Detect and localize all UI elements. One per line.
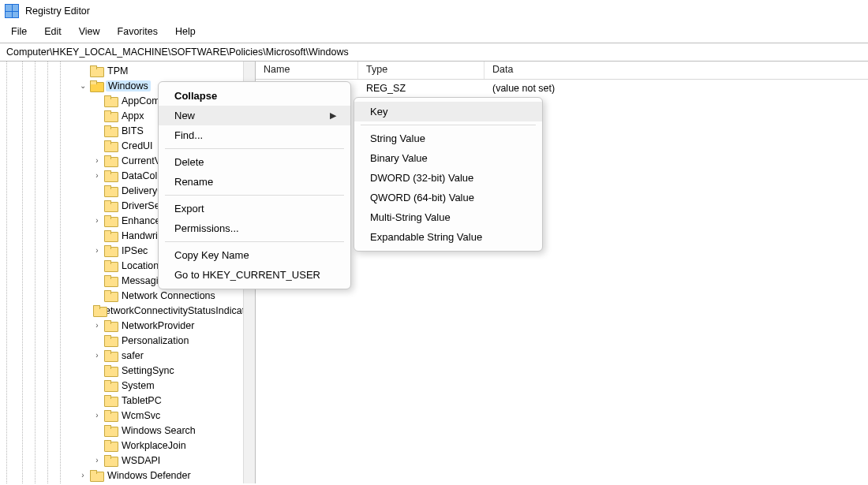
app-icon [5, 4, 19, 18]
col-data[interactable]: Data [485, 62, 868, 79]
menubar: File Edit View Favorites Help [0, 22, 868, 43]
ctx-find[interactable]: Find... [159, 125, 350, 145]
ctx-copy-key[interactable]: Copy Key Name [159, 245, 350, 265]
tree-node-label: Windows [106, 80, 151, 91]
ctx-sep [165, 148, 344, 149]
ctx-goto[interactable]: Go to HKEY_CURRENT_USER [159, 265, 350, 285]
folder-icon [104, 350, 117, 360]
tree-node-label: NetworkProvider [120, 320, 196, 331]
tree-node-label: WorkplaceJoin [120, 440, 188, 451]
chevron-right-icon[interactable]: › [92, 216, 103, 225]
tree-node[interactable]: Network Connections [0, 288, 255, 303]
tree-node[interactable]: NetworkConnectivityStatusIndicator [0, 303, 255, 318]
tree-node-label: Windows Search [120, 425, 197, 436]
folder-icon [90, 470, 103, 480]
tree-node[interactable]: ›Windows Defender [0, 468, 255, 483]
folder-icon [104, 230, 117, 241]
tree-node[interactable]: ›WcmSvc [0, 408, 255, 423]
folder-icon [104, 365, 117, 375]
col-name[interactable]: Name [256, 62, 358, 79]
tree-node-label: TPM [106, 65, 129, 76]
tree-node-label: Windows Defender [106, 470, 193, 481]
tree-node[interactable]: ›safer [0, 348, 255, 363]
folder-icon [104, 245, 117, 256]
tree-node-label: Personalization [120, 335, 190, 346]
ctx-permissions[interactable]: Permissions... [159, 218, 350, 238]
ctx-new-multi[interactable]: Multi-String Value [354, 207, 542, 227]
ctx-export[interactable]: Export [159, 199, 350, 218]
chevron-right-icon[interactable]: › [77, 471, 88, 479]
ctx-new-dword[interactable]: DWORD (32-bit) Value [354, 168, 542, 188]
folder-icon [104, 110, 117, 121]
ctx-collapse[interactable]: Collapse [159, 86, 350, 106]
chevron-right-icon[interactable]: › [92, 246, 103, 255]
folder-icon [104, 155, 117, 166]
context-menu-main: Collapse New ▶ Find... Delete Rename Exp… [158, 81, 351, 289]
chevron-right-icon[interactable]: › [92, 351, 103, 360]
tree-node-label: safer [120, 350, 145, 361]
window-title: Registry Editor [25, 6, 90, 17]
folder-icon [104, 170, 117, 181]
ctx-new-binary[interactable]: Binary Value [354, 148, 542, 168]
tree-node[interactable]: WorkplaceJoin [0, 438, 255, 453]
chevron-down-icon[interactable]: ⌄ [77, 81, 88, 90]
folder-icon [90, 80, 103, 91]
menu-favorites[interactable]: Favorites [110, 24, 166, 39]
tree-node[interactable]: System [0, 378, 255, 393]
folder-icon [104, 335, 117, 345]
folder-icon [104, 215, 117, 226]
menu-file[interactable]: File [3, 24, 35, 39]
tree-node[interactable]: TPM [0, 63, 255, 78]
tree-node-label: WSDAPI [120, 455, 162, 466]
folder-icon [104, 395, 117, 405]
folder-icon [104, 425, 117, 435]
tree-node[interactable]: ›NetworkProvider [0, 318, 255, 333]
tree-node-label: Network Connections [120, 290, 217, 301]
ctx-new-qword[interactable]: QWORD (64-bit) Value [354, 188, 542, 207]
tree-node[interactable]: Windows Search [0, 423, 255, 438]
ctx-new-key[interactable]: Key [354, 102, 542, 121]
tree-node-label: WcmSvc [120, 410, 162, 421]
ctx-rename[interactable]: Rename [159, 172, 350, 192]
folder-icon [104, 95, 117, 106]
ctx-new-expand[interactable]: Expandable String Value [354, 227, 542, 247]
tree-node[interactable]: Personalization [0, 333, 255, 348]
folder-icon [104, 440, 117, 450]
folder-icon [104, 260, 117, 270]
address-bar[interactable]: Computer\HKEY_LOCAL_MACHINE\SOFTWARE\Pol… [0, 43, 868, 62]
tree-node-label: SettingSync [120, 365, 176, 376]
folder-icon [104, 290, 117, 300]
titlebar: Registry Editor [0, 0, 868, 22]
folder-icon [104, 275, 117, 285]
tree-node[interactable]: TabletPC [0, 393, 255, 408]
menu-help[interactable]: Help [167, 24, 204, 39]
folder-icon [104, 185, 117, 196]
chevron-right-icon[interactable]: › [92, 171, 103, 180]
tree-node-label: BITS [120, 125, 145, 136]
tree-node[interactable]: SettingSync [0, 363, 255, 378]
tree-node-label: NetworkConnectivityStatusIndicator [96, 305, 255, 316]
values-header: Name Type Data [256, 62, 868, 80]
folder-icon [104, 200, 117, 211]
tree-node-label: System [120, 380, 156, 391]
folder-icon [104, 380, 117, 390]
chevron-right-icon: ▶ [330, 110, 336, 121]
chevron-right-icon[interactable]: › [92, 156, 103, 165]
value-data: (value not set) [492, 83, 555, 94]
ctx-delete[interactable]: Delete [159, 152, 350, 172]
context-menu-new: Key String Value Binary Value DWORD (32-… [354, 97, 543, 252]
menu-edit[interactable]: Edit [36, 24, 69, 39]
col-type[interactable]: Type [358, 62, 485, 79]
folder-icon [104, 320, 117, 330]
ctx-new-string[interactable]: String Value [354, 129, 542, 148]
chevron-right-icon[interactable]: › [92, 411, 103, 420]
folder-icon [90, 65, 103, 76]
menu-view[interactable]: View [71, 24, 108, 39]
tree-node-label: Appx [120, 110, 146, 121]
ctx-new[interactable]: New ▶ [159, 106, 350, 125]
tree-node[interactable]: ›WSDAPI [0, 453, 255, 468]
chevron-right-icon[interactable]: › [92, 321, 103, 330]
chevron-right-icon[interactable]: › [92, 456, 103, 464]
tree-node-label: IPSec [120, 245, 149, 256]
tree-node-label: CredUI [120, 140, 155, 151]
